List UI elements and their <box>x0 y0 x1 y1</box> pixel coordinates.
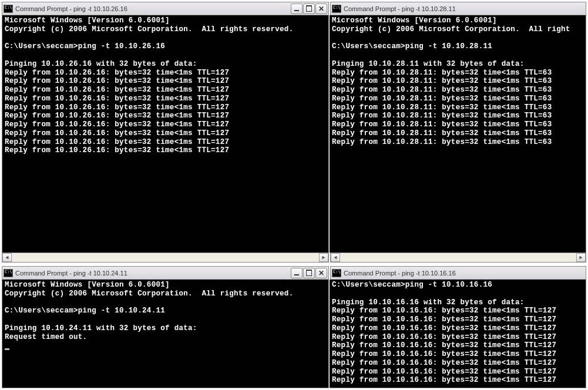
header-line: Copyright (c) 2006 Microsoft Corporation… <box>332 25 570 33</box>
window-title: Command Prompt - ping -t 10.10.24.11 <box>15 270 291 277</box>
cmd-window-2: Command Prompt - ping -t 10.10.28.11 Mic… <box>330 2 586 263</box>
scroll-track[interactable] <box>340 253 576 262</box>
window-title: Command Prompt - ping -t 10.10.26.16 <box>15 5 291 12</box>
prompt-line: C:\Users\seccam>ping -t 10.10.26.16 <box>5 42 165 51</box>
cmd-window-4: Command Prompt - ping -t 10.10.16.16 C:\… <box>330 266 586 388</box>
reply-line: Reply from 10.10.16.16: bytes=32 time<1m… <box>332 341 556 349</box>
cmd-icon <box>332 5 341 13</box>
pinging-line: Pinging 10.10.16.16 with 32 bytes of dat… <box>332 298 525 307</box>
window-title: Command Prompt - ping -t 10.10.16.16 <box>344 270 584 277</box>
minimize-button[interactable] <box>291 4 303 14</box>
titlebar[interactable]: Command Prompt - ping -t 10.10.26.16 ✕ <box>2 2 328 15</box>
terminal-output[interactable]: Microsoft Windows [Version 6.0.6001] Cop… <box>2 280 328 388</box>
reply-line: Reply from 10.10.16.16: bytes=32 time<1m… <box>332 307 556 315</box>
header-line: Microsoft Windows [Version 6.0.6001] <box>332 16 497 25</box>
terminal-output[interactable]: C:\Users\seccam>ping -t 10.10.16.16 Ping… <box>330 280 586 388</box>
reply-line: Reply from 10.10.28.11: bytes=32 time<1m… <box>332 103 552 112</box>
terminal-output[interactable]: Microsoft Windows [Version 6.0.6001] Cop… <box>330 15 586 253</box>
reply-line: Reply from 10.10.26.16: bytes=32 time<1m… <box>5 129 229 137</box>
window-controls: ✕ <box>291 4 327 14</box>
pinging-line: Pinging 10.10.26.16 with 32 bytes of dat… <box>5 60 197 68</box>
scroll-left-button[interactable]: ◄ <box>331 253 340 262</box>
reply-line: Reply from 10.10.26.16: bytes=32 time<1m… <box>5 86 229 94</box>
maximize-button[interactable] <box>303 4 315 14</box>
reply-line: Reply from 10.10.26.16: bytes=32 time<1m… <box>5 103 229 112</box>
header-line: Microsoft Windows [Version 6.0.6001] <box>5 16 170 25</box>
header-line: Microsoft Windows [Version 6.0.6001] <box>5 281 170 289</box>
cmd-icon <box>332 269 341 277</box>
reply-line: Reply from 10.10.16.16: bytes=32 time<1m… <box>332 315 556 324</box>
scroll-right-button[interactable]: ► <box>576 253 586 262</box>
scroll-left-button[interactable]: ◄ <box>2 253 12 262</box>
close-button[interactable]: ✕ <box>315 4 327 14</box>
header-line: Copyright (c) 2006 Microsoft Corporation… <box>5 290 293 298</box>
reply-line: Reply from 10.10.26.16: bytes=32 time<1m… <box>5 77 229 85</box>
reply-line: Reply from 10.10.26.16: bytes=32 time<1m… <box>5 112 229 120</box>
window-controls: ✕ <box>291 268 327 278</box>
horizontal-scrollbar[interactable]: ◄ ► <box>2 253 328 262</box>
prompt-line: C:\Users\seccam>ping -t 10.10.16.16 <box>332 281 492 289</box>
reply-line: Reply from 10.10.28.11: bytes=32 time<1m… <box>332 112 552 120</box>
reply-line: Reply from 10.10.16.16: bytes=32 time<1m… <box>332 350 556 358</box>
maximize-button[interactable] <box>303 268 315 278</box>
scroll-track[interactable] <box>12 253 319 262</box>
reply-line: Reply from 10.10.28.11: bytes=32 time<1m… <box>332 69 552 77</box>
pinging-line: Pinging 10.10.24.11 with 32 bytes of dat… <box>5 324 197 332</box>
cmd-window-3: Command Prompt - ping -t 10.10.24.11 ✕ M… <box>2 266 329 388</box>
cmd-icon <box>4 269 13 277</box>
reply-line: Reply from 10.10.16.16: bytes=32 time<1m… <box>332 333 556 341</box>
reply-line: Reply from 10.10.28.11: bytes=32 time<1m… <box>332 138 552 146</box>
reply-line: Reply from 10.10.28.11: bytes=32 time<1m… <box>332 95 552 103</box>
close-button[interactable]: ✕ <box>315 268 327 278</box>
reply-line: Reply from 10.10.16.16: bytes=32 time<1m… <box>332 324 556 332</box>
reply-line: Reply from 10.10.16.16: bytes=32 time<1m… <box>332 376 556 384</box>
titlebar[interactable]: Command Prompt - ping -t 10.10.24.11 ✕ <box>2 267 328 280</box>
reply-line: Reply from 10.10.28.11: bytes=32 time<1m… <box>332 77 552 85</box>
titlebar[interactable]: Command Prompt - ping -t 10.10.16.16 <box>331 267 586 280</box>
reply-line: Reply from 10.10.28.11: bytes=32 time<1m… <box>332 120 552 129</box>
reply-line: Reply from 10.10.26.16: bytes=32 time<1m… <box>5 95 229 103</box>
reply-line: Reply from 10.10.26.16: bytes=32 time<1m… <box>5 69 229 77</box>
titlebar[interactable]: Command Prompt - ping -t 10.10.28.11 <box>331 2 586 15</box>
scroll-right-button[interactable]: ► <box>319 253 328 262</box>
window-title: Command Prompt - ping -t 10.10.28.11 <box>344 5 584 12</box>
reply-line: Reply from 10.10.28.11: bytes=32 time<1m… <box>332 129 552 137</box>
reply-line: Reply from 10.10.16.16: bytes=32 time<1m… <box>332 359 556 367</box>
header-line: Copyright (c) 2006 Microsoft Corporation… <box>5 25 293 33</box>
reply-line: Reply from 10.10.26.16: bytes=32 time<1m… <box>5 138 229 146</box>
reply-line: Reply from 10.10.16.16: bytes=32 time<1m… <box>332 368 556 376</box>
horizontal-scrollbar[interactable]: ◄ ► <box>331 253 586 262</box>
minimize-button[interactable] <box>291 268 303 278</box>
cmd-icon <box>4 5 13 13</box>
reply-line: Reply from 10.10.28.11: bytes=32 time<1m… <box>332 86 552 94</box>
cursor-icon <box>5 348 9 350</box>
pinging-line: Pinging 10.10.28.11 with 32 bytes of dat… <box>332 60 525 68</box>
cmd-window-1: Command Prompt - ping -t 10.10.26.16 ✕ M… <box>2 2 329 263</box>
terminal-output[interactable]: Microsoft Windows [Version 6.0.6001] Cop… <box>2 15 328 253</box>
prompt-line: C:\Users\seccam>ping -t 10.10.24.11 <box>5 307 165 315</box>
prompt-line: C:\Users\seccam>ping -t 10.10.28.11 <box>332 42 492 51</box>
timeout-line: Request timed out. <box>5 333 87 341</box>
reply-line: Reply from 10.10.26.16: bytes=32 time<1m… <box>5 146 229 154</box>
reply-line: Reply from 10.10.26.16: bytes=32 time<1m… <box>5 120 229 129</box>
